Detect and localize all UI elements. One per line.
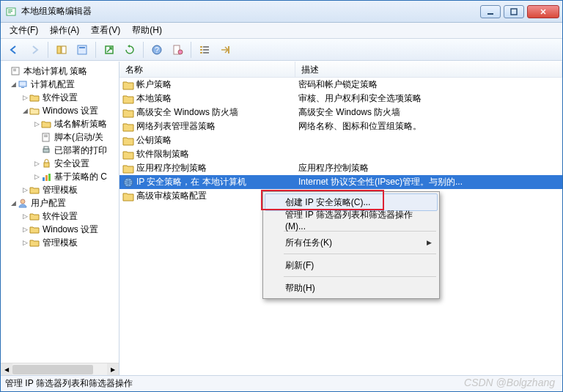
ctx-manage-filters[interactable]: 管理 IP 筛选器列表和筛选器操作(M)... bbox=[265, 211, 438, 229]
ctx-help[interactable]: 帮助(H) bbox=[265, 279, 438, 297]
scroll-thumb[interactable] bbox=[12, 365, 93, 374]
properties-button[interactable] bbox=[73, 41, 91, 59]
tree-pane[interactable]: 本地计算机 策略 ◢计算机配置 ▷软件设置 ◢Windows 设置 ▷域名解析策… bbox=[1, 62, 119, 375]
back-button[interactable] bbox=[5, 41, 23, 59]
menu-bar: 文件(F) 操作(A) 查看(V) 帮助(H) bbox=[1, 23, 562, 39]
policy-icon bbox=[10, 66, 21, 76]
app-icon bbox=[5, 6, 17, 18]
scroll-right-button[interactable]: ▶ bbox=[107, 363, 119, 375]
svg-rect-3 bbox=[8, 12, 11, 13]
col-desc[interactable]: 描述 bbox=[295, 62, 562, 77]
refresh-button[interactable] bbox=[121, 41, 139, 59]
forward-button[interactable] bbox=[26, 41, 43, 59]
printer-icon bbox=[40, 145, 52, 155]
row-name: IP 安全策略，在 本地计算机 bbox=[136, 176, 246, 188]
list-row[interactable]: 网络列表管理器策略网络名称、图标和位置组策略。 bbox=[119, 119, 562, 133]
row-name: 网络列表管理器策略 bbox=[136, 120, 216, 133]
expand-icon[interactable]: ▷ bbox=[33, 160, 40, 167]
svg-rect-6 bbox=[57, 46, 61, 53]
list-row[interactable]: IP 安全策略，在 本地计算机Internet 协议安全性(IPsec)管理。与… bbox=[119, 175, 562, 189]
collapse-icon[interactable]: ◢ bbox=[10, 199, 17, 207]
tree-u-admin[interactable]: ▷管理模板 bbox=[1, 236, 119, 249]
row-desc: 应用程序控制策略 bbox=[295, 162, 562, 174]
tree-security-settings[interactable]: ▷安全设置 bbox=[1, 157, 119, 170]
context-menu: 创建 IP 安全策略(C)... 管理 IP 筛选器列表和筛选器操作(M)...… bbox=[262, 191, 440, 299]
export-button[interactable] bbox=[100, 41, 118, 59]
list-row[interactable]: 帐户策略密码和帐户锁定策略 bbox=[119, 78, 562, 92]
tree-u-windows[interactable]: ▷Windows 设置 bbox=[1, 223, 119, 236]
list-row[interactable]: 应用程序控制策略应用程序控制策略 bbox=[119, 161, 562, 175]
ctx-separator bbox=[284, 254, 436, 254]
list-row[interactable]: 公钥策略 bbox=[119, 133, 562, 147]
tree-policy-based[interactable]: ▷基于策略的 C bbox=[1, 170, 119, 183]
action-button[interactable] bbox=[169, 41, 186, 59]
close-button[interactable] bbox=[527, 5, 559, 18]
svg-rect-29 bbox=[44, 136, 48, 137]
menu-help[interactable]: 帮助(H) bbox=[126, 23, 168, 38]
svg-rect-1 bbox=[8, 10, 12, 10]
minimize-button[interactable] bbox=[480, 5, 501, 18]
tree-admin-templates[interactable]: ▷管理模板 bbox=[1, 183, 119, 196]
tree-dns-policy[interactable]: ▷域名解析策略 bbox=[1, 117, 119, 130]
help-button[interactable]: ? bbox=[148, 41, 166, 59]
tree-windows-settings[interactable]: ◢Windows 设置 bbox=[1, 104, 119, 117]
tree-root[interactable]: 本地计算机 策略 bbox=[1, 64, 119, 78]
folder-icon bbox=[122, 94, 134, 104]
tree-user-cfg[interactable]: ◢用户配置 bbox=[1, 196, 119, 210]
menu-view[interactable]: 查看(V) bbox=[85, 23, 126, 38]
svg-rect-30 bbox=[43, 149, 49, 152]
svg-point-14 bbox=[178, 50, 183, 54]
svg-rect-19 bbox=[203, 49, 209, 51]
tree-scripts[interactable]: 脚本(启动/关 bbox=[1, 130, 119, 144]
list-header: 名称 描述 bbox=[119, 62, 562, 78]
svg-rect-26 bbox=[21, 87, 24, 88]
tree-printers[interactable]: 已部署的打印 bbox=[1, 144, 119, 157]
expand-icon[interactable]: ▷ bbox=[21, 94, 29, 101]
svg-rect-24 bbox=[13, 70, 16, 71]
list-button[interactable] bbox=[196, 41, 213, 59]
col-name[interactable]: 名称 bbox=[119, 62, 295, 77]
folder-open-icon bbox=[29, 106, 40, 116]
submenu-arrow-icon: ▶ bbox=[427, 239, 432, 246]
collapse-icon[interactable]: ◢ bbox=[10, 81, 17, 88]
expand-icon[interactable]: ▷ bbox=[33, 120, 40, 127]
svg-rect-8 bbox=[78, 45, 87, 54]
ctx-all-tasks[interactable]: 所有任务(K)▶ bbox=[265, 234, 438, 251]
menu-file[interactable]: 文件(F) bbox=[4, 23, 44, 38]
folder-icon bbox=[29, 92, 40, 103]
row-desc: 审核、用户权利和安全选项策略 bbox=[295, 92, 562, 105]
svg-rect-35 bbox=[48, 174, 51, 181]
expand-icon[interactable]: ▷ bbox=[21, 226, 29, 233]
globe-icon bbox=[122, 177, 134, 188]
svg-rect-7 bbox=[62, 46, 66, 53]
expand-icon[interactable]: ▷ bbox=[21, 186, 29, 193]
expand-icon[interactable]: ▷ bbox=[33, 173, 40, 180]
tree-u-software[interactable]: ▷软件设置 bbox=[1, 210, 119, 223]
svg-rect-25 bbox=[19, 81, 26, 86]
list-row[interactable]: 软件限制策略 bbox=[119, 147, 562, 161]
assign-button[interactable] bbox=[216, 41, 234, 59]
row-name: 高级审核策略配置 bbox=[136, 190, 207, 202]
row-name: 帐户策略 bbox=[136, 78, 172, 91]
tree-hscrollbar[interactable]: ◀ ▶ bbox=[1, 363, 119, 375]
row-name: 本地策略 bbox=[136, 92, 172, 105]
list-row[interactable]: 高级安全 Windows 防火墙高级安全 Windows 防火墙 bbox=[119, 106, 562, 119]
tree-computer-cfg[interactable]: ◢计算机配置 bbox=[1, 78, 119, 91]
scroll-left-button[interactable]: ◀ bbox=[1, 363, 12, 375]
folder-icon bbox=[29, 237, 40, 248]
tree-software-settings[interactable]: ▷软件设置 bbox=[1, 91, 119, 104]
list-row[interactable]: 本地策略审核、用户权利和安全选项策略 bbox=[119, 92, 562, 106]
expand-icon[interactable]: ▷ bbox=[21, 212, 29, 220]
collapse-icon[interactable]: ◢ bbox=[21, 107, 29, 114]
row-desc: 高级安全 Windows 防火墙 bbox=[295, 106, 562, 119]
toolbar: ? bbox=[1, 39, 562, 61]
row-desc: 密码和帐户锁定策略 bbox=[295, 78, 562, 91]
show-hide-tree-button[interactable] bbox=[53, 41, 70, 59]
menu-action[interactable]: 操作(A) bbox=[44, 23, 85, 38]
folder-icon bbox=[122, 136, 134, 146]
security-icon bbox=[40, 158, 52, 169]
expand-icon[interactable]: ▷ bbox=[21, 239, 29, 246]
maximize-button[interactable] bbox=[504, 5, 524, 18]
svg-rect-28 bbox=[44, 135, 48, 136]
ctx-refresh[interactable]: 刷新(F) bbox=[265, 256, 438, 274]
